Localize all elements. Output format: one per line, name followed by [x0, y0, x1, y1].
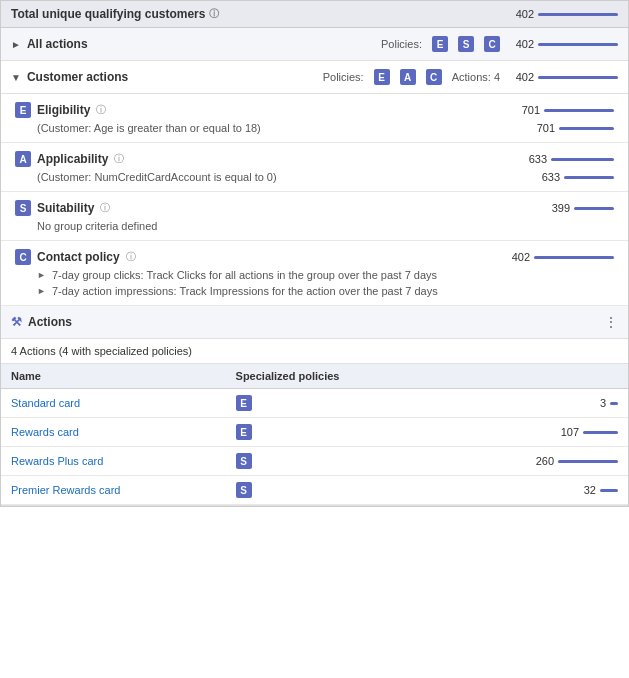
contact-policy-bar-container: 402	[506, 251, 614, 263]
actions-page-icon: ⚒	[11, 315, 22, 329]
actions-section-title-container: ⚒ Actions	[11, 315, 72, 329]
all-actions-count: 402	[510, 38, 534, 50]
action-name-link[interactable]: Standard card	[11, 397, 80, 409]
applicability-badge: A	[15, 151, 31, 167]
col-specialized-policies: Specialized policies	[226, 364, 441, 389]
action-badge-cell: S	[226, 476, 441, 505]
header-count: 402	[510, 8, 534, 20]
actions-subtitle: 4 Actions (4 with specialized policies)	[1, 339, 628, 364]
action-bar-cell: 260	[441, 447, 628, 476]
action-name-cell[interactable]: Premier Rewards card	[1, 476, 226, 505]
header-bar	[538, 13, 618, 16]
all-actions-row: ► All actions Policies: E S C 402	[1, 28, 628, 61]
eligibility-title: Eligibility	[37, 103, 90, 117]
applicability-desc-text: (Customer: NumCreditCardAccount is equal…	[37, 171, 277, 183]
page-container: Total unique qualifying customers ⓘ 402 …	[0, 0, 629, 507]
action-name-link[interactable]: Rewards Plus card	[11, 455, 103, 467]
contact-policy-item-1[interactable]: ► 7-day group clicks: Track Clicks for a…	[15, 269, 614, 281]
eligibility-left: E Eligibility ⓘ	[15, 102, 106, 118]
all-actions-label[interactable]: All actions	[27, 37, 88, 51]
action-name-cell[interactable]: Standard card	[1, 389, 226, 418]
all-actions-right: Policies: E S C 402	[381, 36, 618, 52]
all-actions-left: ► All actions	[11, 37, 88, 51]
table-header-row: Name Specialized policies	[1, 364, 628, 389]
col-name: Name	[1, 364, 226, 389]
contact-policy-item-2-text: 7-day action impressions: Track Impressi…	[52, 285, 438, 297]
action-count: 260	[530, 455, 554, 467]
header-info-icon[interactable]: ⓘ	[209, 7, 219, 21]
all-actions-badge-C: C	[484, 36, 500, 52]
action-name-link[interactable]: Premier Rewards card	[11, 484, 120, 496]
suitability-title: Suitability	[37, 201, 94, 215]
contact-item-1-chevron: ►	[37, 270, 46, 280]
customer-actions-label[interactable]: Customer actions	[27, 70, 128, 84]
contact-policy-badge: C	[15, 249, 31, 265]
applicability-title: Applicability	[37, 152, 108, 166]
customer-actions-row: ▼ Customer actions Policies: E A C Actio…	[1, 61, 628, 94]
customer-actions-badge-C: C	[426, 69, 442, 85]
actions-section-header: ⚒ Actions ⋮	[1, 306, 628, 339]
contact-policy-item-1-text: 7-day group clicks: Track Clicks for all…	[52, 269, 437, 281]
suitability-desc: No group criteria defined	[15, 220, 614, 232]
header-title: Total unique qualifying customers ⓘ	[11, 7, 219, 21]
contact-policy-left: C Contact policy ⓘ	[15, 249, 136, 265]
all-actions-policies-label: Policies:	[381, 38, 422, 50]
applicability-bar-container: 633	[523, 153, 614, 165]
actions-section: ⚒ Actions ⋮ 4 Actions (4 with specialize…	[1, 306, 628, 506]
customer-actions-count: 402	[510, 71, 534, 83]
table-row: Rewards Plus cardS260	[1, 447, 628, 476]
action-bar-container: 3	[451, 397, 618, 409]
customer-actions-chevron[interactable]: ▼	[11, 72, 21, 83]
eligibility-badge: E	[15, 102, 31, 118]
action-bar	[610, 402, 618, 405]
applicability-left: A Applicability ⓘ	[15, 151, 124, 167]
action-badge-cell: E	[226, 389, 441, 418]
col-bar	[441, 364, 628, 389]
contact-policy-info-icon[interactable]: ⓘ	[126, 250, 136, 264]
table-row: Standard cardE3	[1, 389, 628, 418]
customer-actions-badge-A: A	[400, 69, 416, 85]
all-actions-badge-S: S	[458, 36, 474, 52]
eligibility-desc-bar	[559, 127, 614, 130]
applicability-desc-count: 633	[536, 171, 560, 183]
action-name-link[interactable]: Rewards card	[11, 426, 79, 438]
applicability-desc: (Customer: NumCreditCardAccount is equal…	[15, 171, 614, 183]
action-bar-cell: 3	[441, 389, 628, 418]
suitability-count: 399	[546, 202, 570, 214]
header-title-text: Total unique qualifying customers	[11, 7, 205, 21]
table-row: Premier Rewards cardS32	[1, 476, 628, 505]
eligibility-info-icon[interactable]: ⓘ	[96, 103, 106, 117]
action-count: 32	[572, 484, 596, 496]
action-badge-S: S	[236, 482, 252, 498]
suitability-info-icon[interactable]: ⓘ	[100, 201, 110, 215]
header-bar-container: 402	[510, 8, 618, 20]
action-badge-S: S	[236, 453, 252, 469]
all-actions-badge-E: E	[432, 36, 448, 52]
all-actions-bar-container: 402	[510, 38, 618, 50]
action-badge-E: E	[236, 424, 252, 440]
all-actions-chevron[interactable]: ►	[11, 39, 21, 50]
contact-policy-header: C Contact policy ⓘ 402	[15, 249, 614, 265]
suitability-section: S Suitability ⓘ 399 No group criteria de…	[1, 192, 628, 241]
action-bar	[558, 460, 618, 463]
action-bar-cell: 107	[441, 418, 628, 447]
applicability-bar	[551, 158, 614, 161]
action-name-cell[interactable]: Rewards card	[1, 418, 226, 447]
customer-actions-bar	[538, 76, 618, 79]
action-bar	[600, 489, 618, 492]
actions-three-dots-menu[interactable]: ⋮	[604, 314, 618, 330]
eligibility-desc: (Customer: Age is greater than or equal …	[15, 122, 614, 134]
eligibility-desc-text: (Customer: Age is greater than or equal …	[37, 122, 261, 134]
eligibility-header: E Eligibility ⓘ 701	[15, 102, 614, 118]
eligibility-bar	[544, 109, 614, 112]
action-badge-cell: S	[226, 447, 441, 476]
action-name-cell[interactable]: Rewards Plus card	[1, 447, 226, 476]
action-bar-cell: 32	[441, 476, 628, 505]
applicability-desc-bar-container: 633	[536, 171, 614, 183]
suitability-header: S Suitability ⓘ 399	[15, 200, 614, 216]
contact-item-2-chevron: ►	[37, 286, 46, 296]
suitability-bar	[574, 207, 614, 210]
contact-policy-item-2[interactable]: ► 7-day action impressions: Track Impres…	[15, 285, 614, 297]
action-count: 3	[582, 397, 606, 409]
applicability-info-icon[interactable]: ⓘ	[114, 152, 124, 166]
